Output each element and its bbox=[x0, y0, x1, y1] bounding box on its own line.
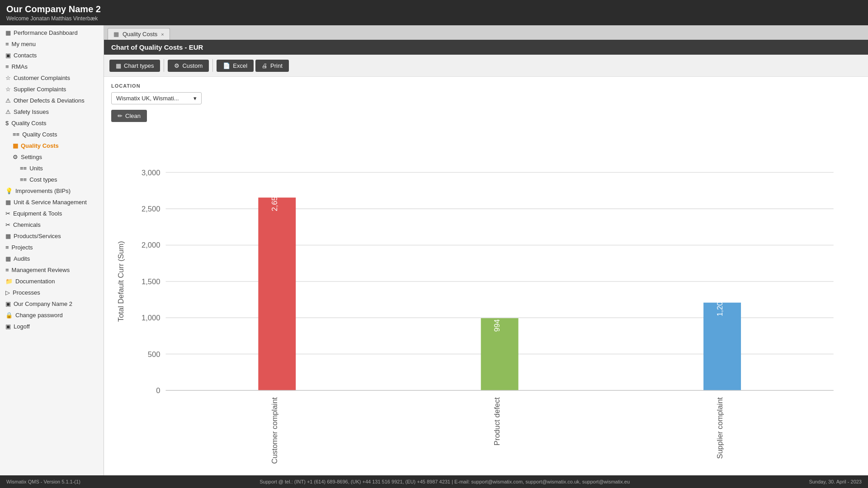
sidebar-item-supplier-complaints[interactable]: ☆Supplier Complaints bbox=[0, 84, 104, 95]
sidebar-item-logoff[interactable]: ▣Logoff bbox=[0, 321, 104, 332]
tab-chart-icon: ▦ bbox=[113, 31, 119, 38]
sidebar-item-performance-dashboard[interactable]: ▦Performance Dashboard bbox=[0, 27, 104, 38]
toolbar-separator-2 bbox=[212, 59, 213, 72]
panel-title: Chart of Quality Costs - EUR bbox=[111, 43, 203, 51]
sidebar-item-customer-complaints[interactable]: ☆Customer Complaints bbox=[0, 72, 104, 84]
sidebar-icon-quality-costs-chart: ▦ bbox=[13, 142, 18, 149]
sidebar-item-audits[interactable]: ▦Audits bbox=[0, 253, 104, 264]
sidebar-item-quality-costs[interactable]: $Quality Costs bbox=[0, 117, 104, 129]
main-content: ▦ Quality Costs × Chart of Quality Costs… bbox=[104, 25, 868, 475]
sidebar-label-change-password: Change password bbox=[15, 312, 63, 319]
chart-types-label: Chart types bbox=[124, 62, 154, 69]
sidebar-icon-settings: ⚙ bbox=[13, 154, 18, 160]
date-text: Sunday, 30. April - 2023 bbox=[809, 479, 862, 484]
clean-label: Clean bbox=[125, 113, 141, 119]
print-icon: 🖨 bbox=[262, 62, 268, 69]
sidebar-item-projects[interactable]: ≡Projects bbox=[0, 242, 104, 253]
sidebar-item-improvements-bips[interactable]: 💡Improvements (BIPs) bbox=[0, 185, 104, 197]
sidebar-item-products-services[interactable]: ▦Products/Services bbox=[0, 230, 104, 242]
svg-text:0: 0 bbox=[156, 386, 160, 395]
svg-text:Product defect: Product defect bbox=[493, 397, 501, 446]
sidebar-item-quality-costs-chart[interactable]: ▦Quality Costs bbox=[0, 140, 104, 151]
sidebar-label-rmas: RMAs bbox=[12, 63, 28, 70]
sidebar-icon-performance-dashboard: ▦ bbox=[5, 29, 11, 36]
filter-row: Wismatix UK, Wismati... ▾ bbox=[111, 92, 861, 104]
sidebar-label-supplier-complaints: Supplier Complaints bbox=[14, 86, 66, 93]
svg-text:Supplier complaint: Supplier complaint bbox=[716, 397, 724, 459]
sidebar-item-contacts[interactable]: ▣Contacts bbox=[0, 50, 104, 61]
sidebar-label-quality-costs: Quality Costs bbox=[11, 120, 46, 127]
sidebar-label-improvements-bips: Improvements (BIPs) bbox=[15, 188, 71, 194]
support-text: Support @ tel.: (INT) +1 (614) 689-8696,… bbox=[259, 479, 630, 484]
sidebar-item-rmas[interactable]: ≡RMAs bbox=[0, 61, 104, 72]
sidebar-icon-contacts: ▣ bbox=[5, 52, 11, 59]
sidebar-item-unit-service-management[interactable]: ▦Unit & Service Management bbox=[0, 197, 104, 208]
sidebar-item-documentation[interactable]: 📁Documentation bbox=[0, 276, 104, 287]
svg-rect-15 bbox=[258, 197, 296, 390]
print-label: Print bbox=[270, 62, 283, 69]
svg-text:500: 500 bbox=[148, 350, 160, 359]
sidebar-icon-cost-types: ≡≡ bbox=[20, 176, 27, 183]
custom-button[interactable]: ⚙ Custom bbox=[168, 60, 209, 72]
toolbar: ▦ Chart types ⚙ Custom 📄 Excel 🖨 Print bbox=[104, 55, 868, 77]
chart-area: 05001,0001,5002,0002,5003,000Total Defau… bbox=[104, 128, 868, 475]
sidebar-icon-projects: ≡ bbox=[5, 244, 9, 251]
sidebar-label-safety-issues: Safety Issues bbox=[14, 108, 49, 115]
sidebar-label-settings: Settings bbox=[21, 154, 42, 160]
chart-types-button[interactable]: ▦ Chart types bbox=[109, 60, 160, 72]
sidebar-label-management-reviews: Management Reviews bbox=[12, 267, 70, 273]
location-value: Wismatix UK, Wismati... bbox=[116, 95, 179, 102]
svg-text:Total Default Curr (Sum): Total Default Curr (Sum) bbox=[117, 241, 125, 322]
sidebar-icon-improvements-bips: 💡 bbox=[5, 188, 13, 194]
sidebar-label-projects: Projects bbox=[12, 244, 33, 251]
tab-close-button[interactable]: × bbox=[161, 32, 164, 37]
sidebar-item-settings[interactable]: ⚙Settings bbox=[0, 151, 104, 163]
filter-area: LOCATION Wismatix UK, Wismati... ▾ ✏ Cle… bbox=[104, 77, 868, 128]
sidebar-item-our-company-name[interactable]: ▣Our Company Name 2 bbox=[0, 298, 104, 310]
sidebar-icon-audits: ▦ bbox=[5, 255, 11, 262]
sidebar-item-units[interactable]: ≡≡Units bbox=[0, 163, 104, 174]
sidebar-label-quality-costs-list: Quality Costs bbox=[22, 131, 57, 138]
sidebar-icon-rmas: ≡ bbox=[5, 63, 9, 70]
sidebar-item-change-password[interactable]: 🔒Change password bbox=[0, 310, 104, 321]
excel-button[interactable]: 📄 Excel bbox=[217, 60, 254, 72]
sidebar-item-chemicals[interactable]: ✂Chemicals bbox=[0, 219, 104, 230]
sidebar-label-my-menu: My menu bbox=[12, 41, 36, 47]
sidebar-label-equipment-tools: Equipment & Tools bbox=[13, 210, 62, 217]
tab-bar: ▦ Quality Costs × bbox=[104, 25, 868, 40]
quality-costs-tab[interactable]: ▦ Quality Costs × bbox=[108, 28, 170, 40]
sidebar-icon-customer-complaints: ☆ bbox=[5, 75, 11, 81]
sidebar-icon-safety-issues: ⚠ bbox=[5, 108, 11, 115]
sidebar-label-products-services: Products/Services bbox=[14, 233, 61, 239]
sidebar-label-unit-service-management: Unit & Service Management bbox=[14, 199, 87, 206]
version-text: Wismatix QMS - Version 5.1.1-(1) bbox=[6, 479, 80, 484]
print-button[interactable]: 🖨 Print bbox=[255, 60, 289, 72]
sidebar-item-management-reviews[interactable]: ≡Management Reviews bbox=[0, 264, 104, 276]
sidebar-icon-processes: ▷ bbox=[5, 289, 10, 296]
company-name: Our Company Name 2 bbox=[6, 4, 862, 14]
sidebar-label-chemicals: Chemicals bbox=[13, 221, 41, 228]
sidebar-item-my-menu[interactable]: ≡My menu bbox=[0, 38, 104, 50]
location-select[interactable]: Wismatix UK, Wismati... ▾ bbox=[111, 92, 202, 104]
sidebar-item-safety-issues[interactable]: ⚠Safety Issues bbox=[0, 106, 104, 117]
svg-text:3,000: 3,000 bbox=[142, 169, 160, 177]
clean-button[interactable]: ✏ Clean bbox=[111, 110, 147, 122]
svg-text:Customer complaint: Customer complaint bbox=[270, 397, 279, 464]
sidebar-label-performance-dashboard: Performance Dashboard bbox=[14, 29, 78, 36]
sidebar-item-equipment-tools[interactable]: ✂Equipment & Tools bbox=[0, 208, 104, 219]
svg-text:2,500: 2,500 bbox=[142, 205, 160, 213]
sidebar-item-other-defects[interactable]: ⚠Other Defects & Deviations bbox=[0, 95, 104, 106]
clean-pencil-icon: ✏ bbox=[118, 113, 123, 119]
sidebar-label-logoff: Logoff bbox=[14, 323, 30, 330]
sidebar-icon-products-services: ▦ bbox=[5, 233, 11, 239]
sidebar-icon-management-reviews: ≡ bbox=[5, 267, 9, 273]
svg-text:2,000: 2,000 bbox=[142, 241, 160, 249]
excel-icon: 📄 bbox=[223, 62, 230, 69]
toolbar-separator-1 bbox=[164, 59, 164, 72]
sidebar-label-processes: Processes bbox=[13, 289, 40, 296]
sidebar-item-cost-types[interactable]: ≡≡Cost types bbox=[0, 174, 104, 185]
sidebar-item-processes[interactable]: ▷Processes bbox=[0, 287, 104, 298]
svg-text:1,000: 1,000 bbox=[142, 314, 160, 322]
footer: Wismatix QMS - Version 5.1.1-(1) Support… bbox=[0, 475, 868, 488]
sidebar-item-quality-costs-list[interactable]: ≡≡Quality Costs bbox=[0, 129, 104, 140]
